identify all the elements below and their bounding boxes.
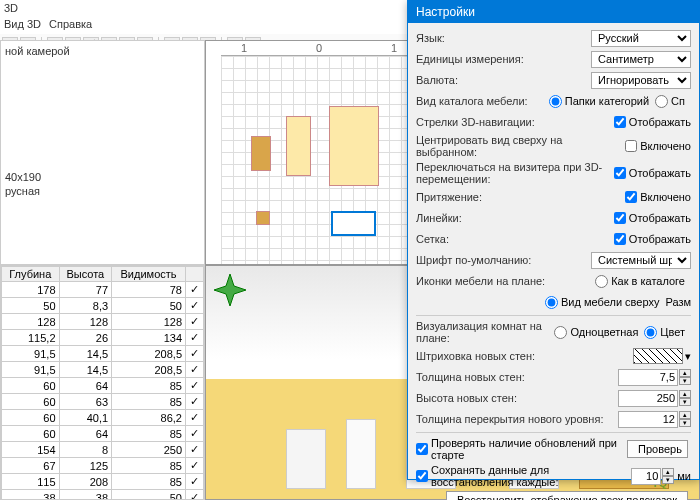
grid-checkbox[interactable]: Отображать xyxy=(614,233,691,245)
wall-thick-label: Толщина новых стен: xyxy=(416,371,618,383)
rulers-label: Линейки: xyxy=(416,212,614,224)
app-title-suffix: 3D xyxy=(4,2,18,16)
table-row[interactable]: 606385✓ xyxy=(2,394,204,410)
table-row[interactable]: 6712585✓ xyxy=(2,458,204,474)
hatch-label: Штриховка новых стен: xyxy=(416,350,633,362)
font-label: Шрифт по-умолчанию: xyxy=(416,254,591,266)
furniture-panel: ной камерой 40x190 русная xyxy=(0,40,205,265)
table-row[interactable]: 6040,186,2✓ xyxy=(2,410,204,426)
table-row[interactable]: 508,350✓ xyxy=(2,298,204,314)
3d-object xyxy=(346,419,376,489)
icons-top-radio[interactable]: Вид мебели сверху xyxy=(545,296,659,309)
autosave-input[interactable] xyxy=(631,468,661,485)
spinner-icon[interactable]: ▴▾ xyxy=(679,369,691,385)
furniture-table[interactable]: Глубина Высота Видимость 1787778✓508,350… xyxy=(0,265,205,500)
wall-height-label: Высота новых стен: xyxy=(416,392,618,404)
col-height[interactable]: Высота xyxy=(59,267,112,282)
catalog-folders-radio[interactable]: Папки категорий xyxy=(549,95,649,108)
icons-catalog-radio[interactable]: Как в каталоге xyxy=(595,275,685,288)
table-row[interactable]: 91,514,5208,5✓ xyxy=(2,362,204,378)
nav-checkbox[interactable]: Отображать xyxy=(614,116,691,128)
center-checkbox[interactable]: Включено xyxy=(625,140,691,152)
table-row[interactable]: 91,514,5208,5✓ xyxy=(2,346,204,362)
units-select[interactable]: Сантиметр xyxy=(591,51,691,68)
room-color-radio[interactable]: Цвет xyxy=(644,326,685,339)
room-label: Визуализация комнат на плане: xyxy=(416,320,554,344)
menu-help[interactable]: Справка xyxy=(49,18,92,32)
furniture-piece[interactable] xyxy=(329,106,379,186)
check-now-button[interactable]: Проверь xyxy=(627,440,688,458)
check-updates-checkbox[interactable]: Проверять наличие обновлений при старте xyxy=(416,437,627,461)
floor-thick-input[interactable] xyxy=(618,411,678,428)
autosave-checkbox[interactable]: Сохранять данные для восстановления кажд… xyxy=(416,464,627,488)
hatch-pattern-select[interactable] xyxy=(633,348,683,364)
furniture-piece[interactable] xyxy=(251,136,271,171)
magnet-label: Притяжение: xyxy=(416,191,625,203)
furniture-piece[interactable] xyxy=(286,116,311,176)
wall-thick-input[interactable] xyxy=(618,369,678,386)
table-row[interactable]: 128128128✓ xyxy=(2,314,204,330)
spinner-icon[interactable]: ▴▾ xyxy=(679,390,691,406)
table-row[interactable]: 606485✓ xyxy=(2,378,204,394)
col-visibility[interactable]: Видимость xyxy=(112,267,186,282)
room-mono-radio[interactable]: Одноцветная xyxy=(554,326,638,339)
camera-label: ной камерой xyxy=(5,45,200,57)
font-select[interactable]: Системный шрифт xyxy=(591,252,691,269)
observer-label: Переключаться на визитера при 3D-перемещ… xyxy=(416,161,614,185)
3d-object xyxy=(286,429,326,489)
currency-select[interactable]: Игнорировать цены xyxy=(591,72,691,89)
table-row[interactable]: 1787778✓ xyxy=(2,282,204,298)
menu-view3d[interactable]: Вид 3D xyxy=(4,18,41,32)
dims-label: 40x190 xyxy=(5,171,200,183)
spinner-icon[interactable]: ▴▾ xyxy=(662,468,674,484)
reset-tips-button[interactable]: Восстановить отображение всех подсказок xyxy=(446,491,688,500)
center-label: Центрировать вид сверху на выбранном: xyxy=(416,134,625,158)
language-select[interactable]: Русский xyxy=(591,30,691,47)
catalog-label: Вид каталога мебели: xyxy=(416,95,549,107)
dialog-title: Настройки xyxy=(408,1,699,23)
compass-icon[interactable] xyxy=(212,272,248,308)
language-label: Язык: xyxy=(416,32,591,44)
observer-checkbox[interactable]: Отображать xyxy=(614,167,691,179)
furniture-selected[interactable] xyxy=(331,211,376,236)
table-row[interactable]: 606485✓ xyxy=(2,426,204,442)
magnet-checkbox[interactable]: Включено xyxy=(625,191,691,203)
rulers-checkbox[interactable]: Отображать xyxy=(614,212,691,224)
grid-label: Сетка: xyxy=(416,233,614,245)
floor-thick-label: Толщина перекрытия нового уровня: xyxy=(416,413,618,425)
spinner-icon[interactable]: ▴▾ xyxy=(679,411,691,427)
furniture-piece[interactable] xyxy=(256,211,270,225)
settings-dialog: Настройки Язык: Русский Единицы измерени… xyxy=(407,0,700,480)
icons-label: Иконки мебели на плане: xyxy=(416,275,595,287)
units-label: Единицы измерения: xyxy=(416,53,591,65)
color-label: русная xyxy=(5,185,200,197)
col-depth[interactable]: Глубина xyxy=(2,267,60,282)
currency-label: Валюта: xyxy=(416,74,591,86)
nav-label: Стрелки 3D-навигации: xyxy=(416,116,614,128)
table-row[interactable]: 11520885✓ xyxy=(2,474,204,490)
table-row[interactable]: 1548250✓ xyxy=(2,442,204,458)
table-row[interactable]: 383850✓ xyxy=(2,490,204,501)
catalog-other-radio[interactable]: Сп xyxy=(655,95,685,108)
svg-marker-0 xyxy=(214,274,246,306)
wall-height-input[interactable] xyxy=(618,390,678,407)
table-row[interactable]: 115,226134✓ xyxy=(2,330,204,346)
